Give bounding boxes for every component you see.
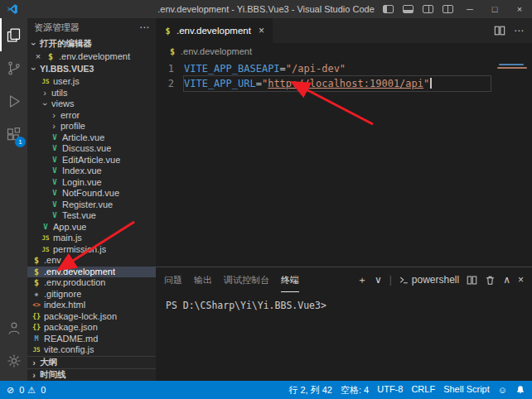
close-button[interactable]: × [507,0,532,18]
status-bar: ⊘ 0 ⚠ 0 行 2, 列 42空格: 4UTF-8CRLFShell Scr… [0,381,532,399]
terminal-shell-selector[interactable]: powershell [399,274,459,286]
close-icon[interactable]: × [34,51,42,61]
extensions-icon[interactable]: 1 [0,118,27,151]
tree-item-Login.vue[interactable]: VLogin.vue [27,177,156,189]
cursor-position[interactable]: 行 2, 列 42 [288,384,332,397]
open-editor-item[interactable]: ×$.env.development [27,51,156,61]
tree-item-NotFound.vue[interactable]: VNotFound.vue [27,188,156,200]
minimap-line [499,64,524,65]
open-editors-header[interactable]: › 打开的编辑器 [27,36,156,51]
code-lines: 1VITE_APP_BASEAPI="/api-dev"2VITE_APP_UR… [156,61,532,91]
code-line-1[interactable]: 1VITE_APP_BASEAPI="/api-dev" [156,61,532,76]
tree-item-label: Test.vue [62,210,96,222]
tree-item-profile[interactable]: ›profile [27,121,156,132]
divider: | [389,274,392,286]
tree-item-.env.development[interactable]: $.env.development [27,267,156,278]
tab-close-icon[interactable]: × [259,25,264,36]
minimap[interactable] [494,60,532,267]
tree-item-error[interactable]: ›error [27,110,156,122]
breadcrumb[interactable]: $ .env.development [156,43,532,60]
tree-item-package.json[interactable]: {}package.json [27,322,156,334]
account-icon[interactable] [0,311,27,344]
chevron-right-icon: › [30,358,38,368]
url-link[interactable]: http://localhost:19001/api [268,78,423,89]
language-mode[interactable]: Shell Script [443,384,490,397]
tree-item-Test.vue[interactable]: VTest.vue [27,210,156,222]
vue-file-icon: V [50,177,60,189]
js-file-icon: JS [41,244,51,256]
notifications-bell-icon[interactable] [515,385,525,395]
terminal[interactable]: PS D:\CSharp\Yi\Yi.BBS.Vue3> [156,292,532,381]
minimize-button[interactable]: ─ [457,0,482,18]
tree-item-main.js[interactable]: JSmain.js [27,233,156,244]
toggle-sidebar-icon[interactable] [378,0,398,18]
activity-bar: 1 [0,18,27,381]
breadcrumb-file: .env.development [181,46,252,56]
editor-pane[interactable]: 1VITE_APP_BASEAPI="/api-dev"2VITE_APP_UR… [156,60,532,267]
toggle-secondary-sidebar-icon[interactable] [418,0,438,18]
tree-item-Article.vue[interactable]: VArticle.vue [27,132,156,144]
explorer-icon[interactable] [0,18,27,51]
tree-item-label: permission.js [53,244,106,256]
panel-tab-输出[interactable]: 输出 [194,267,212,292]
split-editor-icon[interactable] [494,25,505,36]
window-title: .env.development - Yi.BBS.Vue3 - Visual … [157,4,375,14]
chevron-down-icon[interactable]: ∨ [375,274,382,286]
tree-item-.env[interactable]: $.env [27,255,156,267]
tree-item-package-lock.json[interactable]: {}package-lock.json [27,311,156,323]
vue-file-icon: V [50,132,60,144]
line-number: 1 [156,61,184,76]
chevron-right-icon: › [30,370,38,380]
tree-item-views[interactable]: ›views [27,99,156,110]
tree-item-index.html[interactable]: <>index.html [27,300,156,311]
customize-layout-icon[interactable] [438,0,457,18]
project-section-header[interactable]: › YI.BBS.VUE3 [27,61,156,76]
timeline-section[interactable]: › 时间线 [27,368,156,381]
outline-section[interactable]: › 大纲 [27,356,156,368]
tree-item-Index.vue[interactable]: VIndex.vue [27,166,156,177]
code-line-2[interactable]: 2VITE_APP_URL="http://localhost:19001/ap… [156,76,532,91]
more-actions-icon[interactable]: ⋯ [139,22,149,33]
tree-item-.gitignore[interactable]: ◆.gitignore [27,289,156,300]
tree-item-Register.vue[interactable]: VRegister.vue [27,200,156,211]
tree-item-App.vue[interactable]: VApp.vue [27,222,156,233]
panel-tab-调试控制台[interactable]: 调试控制台 [224,267,269,292]
panel-tab-问题[interactable]: 问题 [164,267,182,292]
tree-item-label: .gitignore [44,289,81,300]
project-name-label: YI.BBS.VUE3 [40,64,94,74]
panel-tabs: 问题输出调试控制台终端 [164,267,299,292]
run-debug-icon[interactable] [0,84,27,118]
new-terminal-icon[interactable]: ＋ [357,273,367,287]
tree-item-label: Index.vue [62,166,102,177]
outline-label: 大纲 [40,357,57,368]
source-control-icon[interactable] [0,51,27,84]
more-actions-icon[interactable]: ⋯ [514,25,524,36]
kill-terminal-trash-icon[interactable] [485,275,496,286]
tree-item-README.md[interactable]: MREADME.md [27,334,156,345]
tree-item-.env.production[interactable]: $.env.production [27,277,156,289]
eol[interactable]: CRLF [411,384,435,397]
problems-status[interactable]: ⊘ 0 ⚠ 0 [7,385,46,396]
maximize-panel-icon[interactable]: ∧ [503,274,510,286]
tree-item-utils[interactable]: ›utils [27,88,156,99]
panel-tab-bar: 问题输出调试控制台终端 ＋ ∨ | powershell [156,267,532,292]
close-panel-icon[interactable]: × [518,274,524,286]
panel-tab-终端[interactable]: 终端 [281,267,299,292]
encoding[interactable]: UTF-8 [377,384,403,397]
indentation[interactable]: 空格: 4 [341,384,369,397]
env-file-icon: $ [167,47,177,56]
split-terminal-icon[interactable] [467,275,477,286]
tree-item-vite.config.js[interactable]: JSvite.config.js [27,344,156,356]
tree-item-EditArticle.vue[interactable]: VEditArticle.vue [27,155,156,166]
toggle-panel-icon[interactable] [398,0,418,18]
feedback-smiley-icon[interactable]: ☺ [498,385,507,395]
settings-gear-icon[interactable] [0,344,27,377]
tree-item-user.js[interactable]: JSuser.js [27,76,156,88]
line-number: 2 [156,76,184,91]
tree-item-Discuss.vue[interactable]: VDiscuss.vue [27,143,156,155]
tree-item-permission.js[interactable]: JSpermission.js [27,244,156,256]
panel-actions: ＋ ∨ | powershell ∧ [357,273,524,287]
tab-.env.development[interactable]: $.env.development× [156,18,273,43]
json-file-icon: {} [31,322,41,334]
maximize-button[interactable]: □ [482,0,507,18]
